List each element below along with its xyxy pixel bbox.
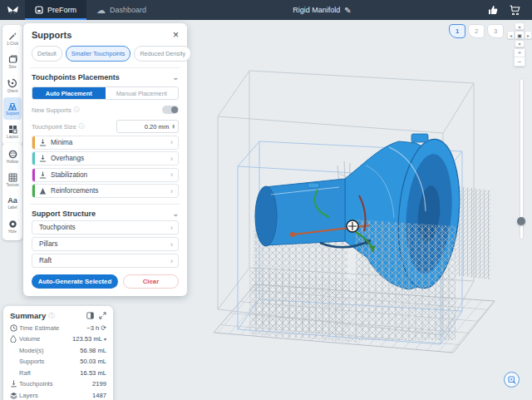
- tool-hole[interactable]: Hole: [3, 215, 22, 238]
- chevron-right-icon: ›: [170, 155, 173, 163]
- new-supports-toggle[interactable]: [162, 106, 179, 114]
- row-overhangs[interactable]: Overhangs ›: [32, 151, 179, 165]
- touchpoints-count-label: Touchpoints: [19, 380, 92, 388]
- new-supports-label: New Supports: [32, 106, 71, 114]
- preset-reduced-density[interactable]: Reduced Density: [134, 46, 191, 62]
- touchpoint-icon: [39, 155, 47, 162]
- row-overhangs-label: Overhangs: [51, 155, 170, 162]
- chevron-right-icon: ›: [170, 240, 173, 249]
- tool-support[interactable]: Support: [3, 97, 22, 120]
- caret-down-icon[interactable]: ▾: [104, 336, 106, 342]
- chevron-right-icon: ›: [170, 257, 173, 265]
- zoom-out-button[interactable]: −: [514, 57, 525, 67]
- build-plate-tab-2[interactable]: 2: [468, 24, 485, 38]
- row-pillars[interactable]: Pillars ›: [32, 237, 179, 251]
- tool-orient-label: Orient: [7, 89, 18, 93]
- volume-label: Volume: [19, 335, 72, 343]
- tool-texture[interactable]: Texture: [3, 169, 22, 191]
- zoom-selection-button[interactable]: [504, 372, 520, 388]
- touchpoints-count-value: 2199: [92, 380, 106, 388]
- clear-button[interactable]: Clear: [123, 274, 179, 289]
- details-panel-icon[interactable]: [86, 312, 94, 319]
- preset-default-label: Default: [37, 50, 57, 57]
- tool-hollow[interactable]: Hollow: [3, 146, 22, 168]
- thumbs-up-icon[interactable]: [488, 5, 498, 15]
- layers-label: Layers: [19, 392, 92, 399]
- tab-preform-label: PreForm: [47, 6, 76, 14]
- layer-slider-knob[interactable]: [517, 217, 525, 225]
- zoom-in-button[interactable]: +: [514, 48, 525, 57]
- touchpoint-size-input[interactable]: 0.20 mm ▴ ▾: [116, 120, 179, 133]
- build-plate-tab-3-label: 3: [494, 27, 497, 35]
- info-icon: ⓘ: [79, 122, 85, 131]
- pan-down-button[interactable]: ▾: [515, 40, 525, 47]
- auto-generate-label: Auto-Generate Selected: [38, 278, 111, 285]
- models-value: 56.98 mL: [80, 347, 106, 354]
- cloud-icon: ☁: [96, 5, 106, 16]
- supports-volume-label: Supports: [19, 358, 80, 365]
- build-plate-tabs: 1 2 3: [449, 24, 504, 38]
- reinforcements-color-bar: [32, 185, 35, 197]
- build-plate-tab-3[interactable]: 3: [487, 24, 504, 38]
- layer-slider[interactable]: [518, 79, 525, 239]
- pan-up-button[interactable]: ▴: [515, 22, 525, 30]
- hole-icon: [8, 220, 17, 229]
- row-stabilization[interactable]: Stabilization ›: [32, 168, 179, 182]
- touchpoint-size-label: Touchpoint Size: [32, 123, 76, 131]
- summary-row-volume[interactable]: Volume 123.53 mL▾: [10, 335, 106, 343]
- row-raft[interactable]: Raft ›: [32, 254, 179, 268]
- auto-placement-button[interactable]: Auto Placement: [32, 87, 106, 99]
- row-reinforcements[interactable]: Reinforcements ›: [32, 184, 179, 198]
- minima-color-bar: [32, 136, 35, 149]
- minus-icon: −: [518, 58, 522, 66]
- preset-smaller-touchpoints[interactable]: Smaller Touchpoints: [66, 46, 131, 62]
- summary-row-time: Time Estimate ~3 h⟳: [10, 324, 106, 332]
- edit-title-icon[interactable]: ✎: [344, 6, 351, 15]
- refresh-icon[interactable]: ⟳: [101, 324, 106, 332]
- info-icon: ⓘ: [74, 106, 80, 114]
- close-icon[interactable]: ×: [173, 30, 179, 40]
- tab-preform[interactable]: PreForm: [25, 0, 86, 20]
- placement-segmented-control: Auto Placement Manual Placement: [32, 86, 179, 100]
- magic-wand-icon: [8, 32, 17, 41]
- summary-row-raft: Raft 16.53 mL: [10, 369, 106, 377]
- touchpoints-placements-title: Touchpoints Placements: [32, 73, 120, 81]
- row-stabilization-label: Stabilization: [51, 171, 170, 179]
- manual-placement-button[interactable]: Manual Placement: [106, 87, 179, 99]
- toolbar-group-secondary: Hollow Texture Aa Label Hole: [2, 143, 22, 240]
- tool-one-click-label: 1-Click: [7, 42, 18, 46]
- support-structure-header[interactable]: Support Structure ⌄: [32, 210, 179, 218]
- view-home-button[interactable]: ▣: [515, 31, 525, 39]
- row-touchpoints[interactable]: Touchpoints ›: [32, 220, 179, 235]
- tool-hollow-label: Hollow: [7, 160, 18, 164]
- pan-left-button[interactable]: ◂: [507, 31, 515, 39]
- row-minima[interactable]: Minima ›: [32, 136, 179, 150]
- chevron-down-icon: ⌄: [172, 210, 179, 218]
- formlabs-butterfly-logo[interactable]: [0, 0, 25, 20]
- preset-default[interactable]: Default: [32, 46, 62, 62]
- tool-size-label: Size: [9, 65, 17, 69]
- tool-label[interactable]: Aa Label: [3, 192, 22, 215]
- cart-icon[interactable]: [510, 5, 520, 15]
- pan-right-button[interactable]: ▸: [525, 31, 532, 39]
- tool-orient[interactable]: Orient: [3, 74, 22, 96]
- layer-slider-track[interactable]: [520, 79, 523, 239]
- build-plate-tab-1-label: 1: [456, 27, 459, 35]
- texture-mesh-icon: [8, 173, 17, 182]
- build-plate-tab-1[interactable]: 1: [449, 24, 466, 38]
- info-icon: ⓘ: [48, 312, 55, 320]
- stepper-down-icon[interactable]: ▾: [172, 126, 175, 129]
- tool-layout[interactable]: Layout: [3, 121, 22, 143]
- arrow-left-icon: ◂: [510, 32, 512, 38]
- tool-size[interactable]: Size: [3, 51, 22, 73]
- tool-layout-label: Layout: [7, 135, 18, 139]
- stepper-arrows[interactable]: ▴ ▾: [172, 124, 175, 129]
- tool-one-click[interactable]: 1-Click: [3, 27, 22, 50]
- tab-dashboard[interactable]: ☁ Dashboard: [86, 0, 156, 20]
- touchpoints-placements-header[interactable]: Touchpoints Placements ⌄: [32, 73, 179, 81]
- auto-generate-selected-button[interactable]: Auto-Generate Selected: [32, 274, 118, 289]
- chevron-right-icon: ›: [170, 170, 173, 179]
- preform-window: PreForm ☁ Dashboard Rigid Manifold ✎ 1-C…: [0, 0, 532, 400]
- layout-grid-icon: [8, 125, 17, 134]
- expand-icon[interactable]: [99, 312, 106, 319]
